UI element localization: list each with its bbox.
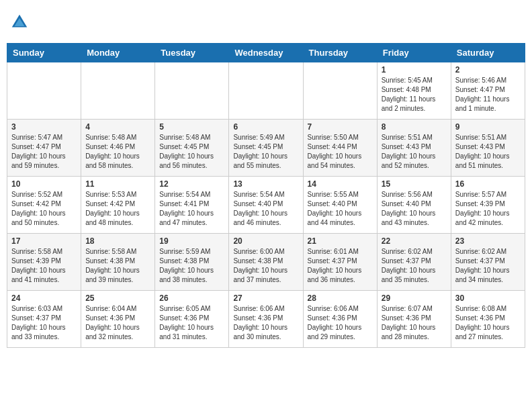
calendar-cell: 17Sunrise: 5:58 AMSunset: 4:39 PMDayligh… (7, 234, 81, 291)
calendar-cell (229, 62, 303, 120)
calendar-week-row: 24Sunrise: 6:03 AMSunset: 4:37 PMDayligh… (7, 291, 525, 348)
day-number: 26 (159, 293, 224, 303)
calendar-cell: 12Sunrise: 5:54 AMSunset: 4:41 PMDayligh… (155, 177, 229, 234)
logo-icon (9, 12, 30, 32)
day-number: 16 (455, 179, 521, 189)
day-info: Sunrise: 5:48 AMSunset: 4:45 PMDaylight:… (159, 133, 224, 171)
day-info: Sunrise: 6:02 AMSunset: 4:37 PMDaylight:… (455, 247, 521, 285)
day-info: Sunrise: 6:04 AMSunset: 4:36 PMDaylight:… (85, 304, 150, 342)
day-info: Sunrise: 6:07 AMSunset: 4:36 PMDaylight:… (382, 304, 447, 342)
day-of-week-header: Tuesday (155, 44, 229, 62)
day-number: 17 (11, 236, 77, 246)
calendar-cell: 14Sunrise: 5:55 AMSunset: 4:40 PMDayligh… (303, 177, 377, 234)
day-info: Sunrise: 5:50 AMSunset: 4:44 PMDaylight:… (308, 133, 373, 171)
calendar-cell: 5Sunrise: 5:48 AMSunset: 4:45 PMDaylight… (155, 120, 229, 177)
calendar-cell: 22Sunrise: 6:02 AMSunset: 4:37 PMDayligh… (377, 234, 451, 291)
day-info: Sunrise: 5:58 AMSunset: 4:39 PMDaylight:… (11, 247, 77, 285)
calendar-cell (155, 62, 229, 120)
day-of-week-header: Sunday (7, 44, 81, 62)
day-of-week-header: Friday (377, 44, 451, 62)
day-number: 23 (455, 236, 521, 246)
day-info: Sunrise: 6:00 AMSunset: 4:38 PMDaylight:… (233, 247, 298, 285)
calendar-week-row: 1Sunrise: 5:45 AMSunset: 4:48 PMDaylight… (7, 62, 525, 120)
calendar-cell: 23Sunrise: 6:02 AMSunset: 4:37 PMDayligh… (451, 234, 525, 291)
calendar-cell: 4Sunrise: 5:48 AMSunset: 4:46 PMDaylight… (81, 120, 155, 177)
day-info: Sunrise: 6:03 AMSunset: 4:37 PMDaylight:… (11, 304, 77, 342)
day-number: 10 (11, 179, 77, 189)
day-number: 19 (159, 236, 224, 246)
day-info: Sunrise: 6:05 AMSunset: 4:36 PMDaylight:… (159, 304, 224, 342)
header-row: SundayMondayTuesdayWednesdayThursdayFrid… (7, 44, 525, 62)
day-number: 12 (159, 179, 224, 189)
day-of-week-header: Monday (81, 44, 155, 62)
calendar-cell: 25Sunrise: 6:04 AMSunset: 4:36 PMDayligh… (81, 291, 155, 348)
day-info: Sunrise: 5:53 AMSunset: 4:42 PMDaylight:… (85, 190, 150, 228)
day-number: 22 (382, 236, 447, 246)
day-info: Sunrise: 6:01 AMSunset: 4:37 PMDaylight:… (308, 247, 373, 285)
day-number: 2 (455, 65, 521, 75)
day-info: Sunrise: 5:57 AMSunset: 4:39 PMDaylight:… (455, 190, 521, 228)
day-number: 15 (382, 179, 447, 189)
calendar-cell: 3Sunrise: 5:47 AMSunset: 4:47 PMDaylight… (7, 120, 81, 177)
calendar-cell: 30Sunrise: 6:08 AMSunset: 4:36 PMDayligh… (451, 291, 525, 348)
day-number: 18 (85, 236, 150, 246)
day-number: 30 (455, 293, 521, 303)
day-number: 6 (233, 122, 298, 132)
calendar-cell: 9Sunrise: 5:51 AMSunset: 4:43 PMDaylight… (451, 120, 525, 177)
calendar-cell: 26Sunrise: 6:05 AMSunset: 4:36 PMDayligh… (155, 291, 229, 348)
calendar-cell: 15Sunrise: 5:56 AMSunset: 4:40 PMDayligh… (377, 177, 451, 234)
calendar-cell: 27Sunrise: 6:06 AMSunset: 4:36 PMDayligh… (229, 291, 303, 348)
logo (9, 12, 31, 32)
calendar-cell: 6Sunrise: 5:49 AMSunset: 4:45 PMDaylight… (229, 120, 303, 177)
day-info: Sunrise: 6:06 AMSunset: 4:36 PMDaylight:… (233, 304, 298, 342)
calendar-cell: 10Sunrise: 5:52 AMSunset: 4:42 PMDayligh… (7, 177, 81, 234)
calendar-cell: 18Sunrise: 5:58 AMSunset: 4:38 PMDayligh… (81, 234, 155, 291)
day-info: Sunrise: 5:48 AMSunset: 4:46 PMDaylight:… (85, 133, 150, 171)
day-of-week-header: Saturday (451, 44, 525, 62)
calendar-cell (81, 62, 155, 120)
calendar-cell: 24Sunrise: 6:03 AMSunset: 4:37 PMDayligh… (7, 291, 81, 348)
day-info: Sunrise: 5:52 AMSunset: 4:42 PMDaylight:… (11, 190, 77, 228)
day-of-week-header: Wednesday (229, 44, 303, 62)
day-info: Sunrise: 5:59 AMSunset: 4:38 PMDaylight:… (159, 247, 224, 285)
day-info: Sunrise: 5:54 AMSunset: 4:40 PMDaylight:… (233, 190, 298, 228)
calendar-cell (7, 62, 81, 120)
day-info: Sunrise: 6:02 AMSunset: 4:37 PMDaylight:… (382, 247, 447, 285)
day-number: 25 (85, 293, 150, 303)
day-info: Sunrise: 5:49 AMSunset: 4:45 PMDaylight:… (233, 133, 298, 171)
day-of-week-header: Thursday (303, 44, 377, 62)
day-number: 27 (233, 293, 298, 303)
calendar-cell: 16Sunrise: 5:57 AMSunset: 4:39 PMDayligh… (451, 177, 525, 234)
calendar-table: SundayMondayTuesdayWednesdayThursdayFrid… (7, 43, 525, 348)
day-number: 28 (308, 293, 373, 303)
calendar-header: SundayMondayTuesdayWednesdayThursdayFrid… (7, 44, 525, 62)
day-number: 29 (382, 293, 447, 303)
calendar-cell: 1Sunrise: 5:45 AMSunset: 4:48 PMDaylight… (377, 62, 451, 120)
calendar-cell (303, 62, 377, 120)
calendar-cell: 19Sunrise: 5:59 AMSunset: 4:38 PMDayligh… (155, 234, 229, 291)
day-info: Sunrise: 5:47 AMSunset: 4:47 PMDaylight:… (11, 133, 77, 171)
day-info: Sunrise: 5:51 AMSunset: 4:43 PMDaylight:… (382, 133, 447, 171)
header (7, 7, 525, 38)
day-number: 11 (85, 179, 150, 189)
calendar-cell: 21Sunrise: 6:01 AMSunset: 4:37 PMDayligh… (303, 234, 377, 291)
day-info: Sunrise: 5:58 AMSunset: 4:38 PMDaylight:… (85, 247, 150, 285)
day-number: 4 (85, 122, 150, 132)
calendar-cell: 13Sunrise: 5:54 AMSunset: 4:40 PMDayligh… (229, 177, 303, 234)
day-info: Sunrise: 5:55 AMSunset: 4:40 PMDaylight:… (308, 190, 373, 228)
day-number: 24 (11, 293, 77, 303)
day-info: Sunrise: 5:45 AMSunset: 4:48 PMDaylight:… (382, 76, 447, 113)
day-info: Sunrise: 6:06 AMSunset: 4:36 PMDaylight:… (308, 304, 373, 342)
calendar-week-row: 10Sunrise: 5:52 AMSunset: 4:42 PMDayligh… (7, 177, 525, 234)
day-info: Sunrise: 5:46 AMSunset: 4:47 PMDaylight:… (455, 76, 521, 113)
day-number: 9 (455, 122, 521, 132)
day-info: Sunrise: 5:56 AMSunset: 4:40 PMDaylight:… (382, 190, 447, 228)
day-info: Sunrise: 5:51 AMSunset: 4:43 PMDaylight:… (455, 133, 521, 171)
day-number: 3 (11, 122, 77, 132)
day-number: 5 (159, 122, 224, 132)
calendar-cell: 11Sunrise: 5:53 AMSunset: 4:42 PMDayligh… (81, 177, 155, 234)
calendar-body: 1Sunrise: 5:45 AMSunset: 4:48 PMDaylight… (7, 62, 525, 348)
day-number: 14 (308, 179, 373, 189)
calendar-cell: 20Sunrise: 6:00 AMSunset: 4:38 PMDayligh… (229, 234, 303, 291)
day-number: 7 (308, 122, 373, 132)
